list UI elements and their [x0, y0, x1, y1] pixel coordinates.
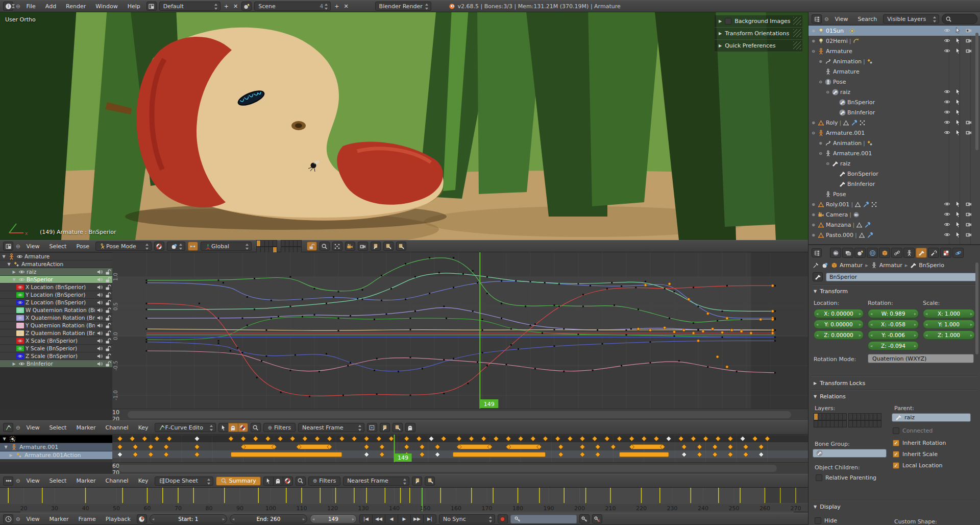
cursor-toggle[interactable]	[954, 88, 961, 97]
panel-relations[interactable]: ▼Relations	[808, 391, 980, 402]
dope-menu-view[interactable]: View	[22, 476, 43, 485]
timeline-editor-selector[interactable]	[3, 514, 13, 523]
outliner-search-input[interactable]	[942, 14, 977, 24]
camera-toggle[interactable]	[965, 211, 972, 219]
show-errors-toggle[interactable]	[238, 423, 248, 432]
eye-toggle[interactable]	[944, 88, 950, 97]
expander-icon[interactable]: ▼	[6, 262, 12, 267]
cursor-toggle[interactable]	[954, 129, 961, 137]
tab-render-layers[interactable]	[842, 248, 853, 258]
lock-to-scene-button[interactable]	[307, 242, 317, 251]
bone-icon-button[interactable]	[813, 272, 823, 281]
expander-icon[interactable]: ▼	[3, 445, 9, 449]
graph-channel-w-quaternion-rotation-bnsp[interactable]: W Quaternion Rotation (BnSp	[0, 306, 112, 314]
outliner-item-pose[interactable]: Pose	[808, 189, 980, 199]
dope-menu-select[interactable]: Select	[46, 476, 70, 485]
graph-channel-x-location-bnsperior-[interactable]: X Location (BnSperior)	[0, 283, 112, 291]
ruler-scrollbar[interactable]	[118, 465, 777, 472]
tab-object[interactable]	[879, 248, 890, 258]
panel-display[interactable]: ▼Display	[808, 502, 980, 512]
graph-menu-view[interactable]: View	[22, 423, 43, 432]
scene-selector[interactable]: Scene4	[254, 2, 331, 11]
viewport-menu-pose[interactable]: Pose	[72, 242, 92, 251]
outliner-item-bonsperior[interactable]: BonSperior	[808, 169, 980, 179]
rotation-z-field[interactable]: Y: -0.006	[868, 330, 919, 340]
checkbox[interactable]: ✓	[893, 451, 899, 458]
frame-start-field[interactable]: Start: 1	[150, 514, 227, 523]
eye-toggle[interactable]	[944, 47, 950, 56]
cursor-toggle[interactable]	[954, 211, 961, 219]
expander-icon[interactable]: ⊖	[825, 90, 830, 94]
hide-checkbox[interactable]: Hide	[815, 517, 837, 524]
summary-toggle[interactable]: Summary	[216, 476, 261, 486]
camera-toggle[interactable]	[965, 129, 972, 137]
expander-icon[interactable]: ⊕	[818, 141, 823, 146]
location-x-field[interactable]: X: 0.00000	[814, 309, 864, 318]
outliner-item-02hemi[interactable]: ⊕02Hemi|	[808, 36, 980, 46]
bone-layer-cell[interactable]	[842, 420, 847, 427]
render-opengl-anim-button[interactable]	[358, 242, 368, 251]
breadcrumb-bnsperio-2[interactable]: BnSperio	[910, 262, 944, 269]
graph-channel-raiz[interactable]: ▶raiz	[0, 268, 112, 275]
expander-icon[interactable]: ⊕	[811, 212, 816, 217]
dope-channel-list[interactable]: ▼▼Armature.001▶Armature.001Action	[0, 435, 113, 462]
outliner-item-animation[interactable]: ⊕Animation|	[808, 138, 980, 148]
paste-keyframes-button[interactable]	[425, 476, 435, 486]
parent-field[interactable]: raiz	[892, 413, 971, 422]
close-layout-button[interactable]: ✕	[232, 3, 239, 10]
tab-data[interactable]	[903, 248, 915, 258]
auto-zoom-button[interactable]	[251, 423, 261, 432]
tab-material[interactable]	[940, 248, 951, 258]
checkbox[interactable]: ✓	[893, 440, 899, 446]
paste-flipped-pose-button[interactable]	[396, 242, 406, 251]
graph-channel-z-scale-bnsperior-[interactable]: Z Scale (BnSperior)	[0, 352, 112, 360]
outliner-item-armature[interactable]: Armature	[808, 66, 980, 77]
expander-icon[interactable]: ⊕	[811, 223, 816, 227]
bone-layers-block[interactable]	[848, 413, 881, 427]
rotation-x-field[interactable]: W: 0.989	[868, 309, 919, 318]
layers-widget[interactable]	[256, 240, 302, 252]
timeline-menu-frame[interactable]: Frame	[75, 515, 100, 523]
info-editor-selector[interactable]	[3, 2, 13, 11]
copy-keyframes-button[interactable]	[380, 423, 390, 432]
cursor-toggle[interactable]	[954, 37, 961, 45]
topbar-menu-file[interactable]: File	[22, 2, 39, 11]
expander-icon[interactable]: ⊕	[811, 121, 816, 125]
properties-editor-selector[interactable]	[812, 248, 822, 257]
expander-icon[interactable]: ⊖	[811, 131, 816, 135]
dope-editor-selector[interactable]	[3, 476, 13, 486]
camera-toggle[interactable]	[965, 27, 972, 35]
tab-physics[interactable]	[952, 248, 964, 258]
collapse-menus-toggle[interactable]: ⊖	[16, 4, 20, 9]
graph-channel-z-location-bnsperior-[interactable]: Z Location (BnSperior)	[0, 299, 112, 306]
topbar-menu-window[interactable]: Window	[92, 2, 121, 11]
relative-parenting-checkbox[interactable]: Relative Parenting	[816, 474, 876, 481]
tab-constraints[interactable]	[891, 248, 902, 258]
rotation-y-field[interactable]: X: -0.058	[868, 320, 919, 329]
eye-toggle[interactable]	[944, 99, 950, 107]
camera-toggle[interactable]	[965, 37, 972, 45]
outliner-item-roly[interactable]: ⊕Roly|	[808, 117, 980, 128]
dope-channel-armature-001action[interactable]: ▶Armature.001Action	[0, 451, 112, 459]
cursor-toggle[interactable]	[954, 201, 961, 209]
connected-checkbox[interactable]: Connected	[893, 427, 933, 434]
outliner-item-manzana[interactable]: ⊕Manzana|	[808, 220, 980, 230]
panel-transform-locks[interactable]: ▶Transform Locks	[808, 378, 980, 389]
show-hidden-toggle[interactable]	[228, 423, 238, 432]
checkbox[interactable]	[816, 474, 822, 481]
dope-mode-selector[interactable]: Dope Sheet	[155, 476, 213, 486]
add-scene-button[interactable]: +	[333, 3, 340, 10]
rotation-w-field[interactable]: Z: -0.094	[868, 341, 919, 350]
collapse-menus-toggle[interactable]: ⊖	[16, 478, 20, 484]
outliner-item-raiz[interactable]: ⊖raiz	[808, 87, 980, 97]
cursor-toggle[interactable]	[954, 119, 961, 127]
eye-toggle[interactable]	[944, 129, 950, 137]
viewport-panel-background-images[interactable]: ▶Background Images	[715, 15, 802, 28]
viewport-panel-transform-orientations[interactable]: ▶Transform Orientations	[715, 28, 802, 40]
collapse-menus-toggle[interactable]: ⊖	[824, 16, 828, 22]
location-y-field[interactable]: Y: 0.00000	[814, 320, 864, 329]
checkbox[interactable]: ✓	[893, 462, 899, 469]
expander-icon[interactable]: ⊖	[818, 80, 823, 84]
expander-icon[interactable]: ⊕	[811, 29, 816, 33]
ruler-scrollbar[interactable]	[128, 411, 791, 418]
